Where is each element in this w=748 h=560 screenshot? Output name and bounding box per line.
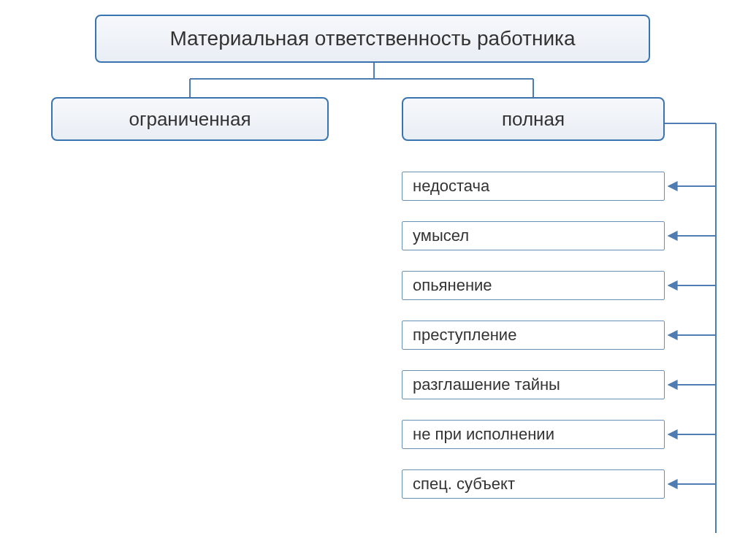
child-full-label: полная [502, 108, 565, 131]
root-node: Материальная ответственность работника [95, 15, 650, 63]
root-label: Материальная ответственность работника [169, 27, 575, 50]
list-item: недостача [402, 172, 665, 201]
item-label: умысел [413, 226, 469, 245]
child-limited-label: ограниченная [129, 108, 251, 131]
list-item: разглашение тайны [402, 370, 665, 399]
list-item: не при исполнении [402, 420, 665, 449]
child-limited: ограниченная [51, 97, 329, 141]
diagram: Материальная ответственность работника о… [0, 0, 748, 560]
list-item: спец. субъект [402, 469, 665, 499]
item-label: спец. субъект [413, 475, 515, 494]
child-full: полная [402, 97, 665, 141]
item-label: недостача [413, 177, 489, 196]
list-item: умысел [402, 221, 665, 250]
item-label: преступление [413, 326, 516, 345]
item-label: разглашение тайны [413, 375, 560, 394]
item-label: не при исполнении [413, 425, 554, 444]
item-label: опьянение [413, 276, 492, 295]
list-item: опьянение [402, 271, 665, 300]
list-item: преступление [402, 321, 665, 350]
